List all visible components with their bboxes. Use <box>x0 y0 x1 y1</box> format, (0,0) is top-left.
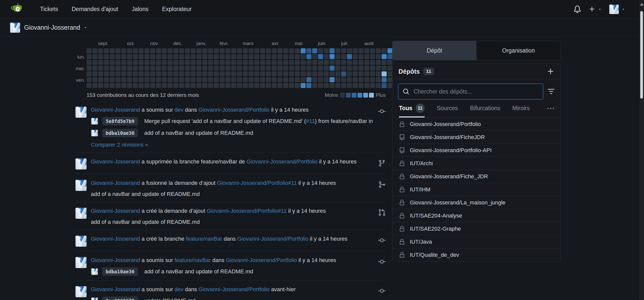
more-filters-kebab-icon[interactable] <box>547 105 554 112</box>
link-giovanni-josserand[interactable]: Giovanni-Josserand <box>91 107 140 113</box>
chevron-down-icon[interactable] <box>84 26 87 29</box>
link-giovanni-josserand-portfolio[interactable]: Giovanni-Josserand/Portfolio <box>198 107 269 113</box>
link-giovanni-josserand[interactable]: Giovanni-Josserand <box>91 180 140 186</box>
link-11[interactable]: #11 <box>306 118 315 124</box>
heatmap-cell <box>289 71 294 76</box>
chevron-down-icon <box>621 7 625 11</box>
user-avatar[interactable] <box>75 286 87 297</box>
commit-message: Merge pull request 'add of a navBar and … <box>144 118 373 124</box>
user-avatar[interactable] <box>75 158 87 169</box>
filter-tab-sources[interactable]: Sources <box>437 105 458 116</box>
heatmap-cell <box>168 60 173 65</box>
heatmap-cell <box>98 83 103 88</box>
link-giovanni-josserand-portfolio[interactable]: Giovanni-Josserand/Portfolio <box>226 257 297 263</box>
link-feature-navbar[interactable]: feature/navBar <box>186 236 222 242</box>
lock-icon <box>399 121 405 127</box>
filter-button[interactable] <box>547 88 555 95</box>
heatmap-cell <box>162 83 167 88</box>
user-avatar[interactable] <box>75 107 87 118</box>
lock-icon <box>399 226 405 232</box>
dashboard-sidebar: Dépôt Organisation Dépôts 11 Tous11Sourc… <box>392 37 561 262</box>
heatmap-cell <box>318 48 323 53</box>
heatmap-cell <box>358 77 364 82</box>
user-avatar[interactable] <box>75 236 87 247</box>
link-giovanni-josserand-portfolio[interactable]: Giovanni-Josserand/Portfolio <box>247 158 317 165</box>
link-giovanni-josserand[interactable]: Giovanni-Josserand <box>91 158 140 165</box>
link-giovanni-josserand[interactable]: Giovanni-Josserand <box>91 286 140 292</box>
repo-link[interactable]: Giovanni-Josserand/Fiche_JDR <box>392 170 560 183</box>
link-giovanni-josserand[interactable]: Giovanni-Josserand <box>91 208 140 214</box>
git-pull-request-icon <box>378 209 386 216</box>
heatmap-cell <box>110 71 115 76</box>
link-giovanni-josserand-portfolio-11[interactable]: Giovanni-Josserand/Portfolio#11 <box>217 180 297 186</box>
heatmap-cell <box>266 48 271 53</box>
heatmap-cell <box>272 66 277 71</box>
repo-link[interactable]: IUT/IHM <box>392 183 560 196</box>
link-giovanni-josserand[interactable]: Giovanni-Josserand <box>91 236 140 242</box>
heatmap-cell <box>231 71 236 76</box>
link-giovanni-josserand[interactable]: Giovanni-Josserand <box>91 257 140 263</box>
repo-link[interactable]: IUT/SAE202-Graphe <box>392 222 560 235</box>
page-scrollbar[interactable] <box>639 0 644 300</box>
heatmap-month-label: janv. <box>196 41 206 46</box>
scroll-up-arrow[interactable] <box>640 3 643 6</box>
repo-link[interactable]: IUT/Java <box>392 235 560 248</box>
heatmap-cell <box>104 77 109 82</box>
user-avatar[interactable] <box>75 208 87 219</box>
link-giovanni-josserand-portfolio[interactable]: Giovanni-Josserand/Portfolio <box>198 286 269 292</box>
gitea-logo[interactable] <box>10 2 24 16</box>
heatmap-cell <box>168 66 173 71</box>
notifications-bell-icon[interactable] <box>574 6 581 13</box>
heatmap-cell <box>272 60 277 65</box>
heatmap-cell <box>92 66 97 71</box>
filter-tab-miroirs[interactable]: Miroirs <box>512 105 530 116</box>
heatmap-cell <box>330 77 335 82</box>
heatmap-cell <box>341 48 346 53</box>
link-feature-navbar[interactable]: feature/navBar <box>175 257 211 263</box>
heatmap-cell <box>254 60 259 65</box>
repo-link[interactable]: Giovanni-Josserand/FicheJDR <box>392 131 560 144</box>
heatmap-cell <box>87 48 92 53</box>
heatmap-cell <box>133 60 138 65</box>
heatmap-cell <box>92 60 97 65</box>
tab-depot[interactable]: Dépôt <box>392 41 476 60</box>
filter-tab-bifurcations[interactable]: Bifurcations <box>470 105 500 116</box>
repo-link[interactable]: IUT/SAE204-Analyse <box>392 209 560 222</box>
repo-link[interactable]: Giovanni-Josserand/Portfolio-API <box>392 144 560 157</box>
repo-search-input[interactable] <box>413 88 539 95</box>
link-giovanni-josserand-portfolio[interactable]: Giovanni-Josserand/Portfolio <box>237 236 308 242</box>
repo-link[interactable]: Giovanni-Josserand/Portfolio <box>392 117 560 131</box>
commit-hash[interactable]: 2ec2960678 <box>102 296 138 300</box>
user-avatar[interactable] <box>75 257 87 268</box>
link-dev[interactable]: dev <box>175 286 183 292</box>
nav-item-demandes-d-ajout[interactable]: Demandes d'ajout <box>65 6 125 13</box>
repo-link[interactable]: IUT/Qualite_de_dev <box>392 248 560 261</box>
link-dev[interactable]: dev <box>175 107 183 113</box>
user-avatar[interactable] <box>75 180 87 191</box>
heatmap-month-label: févr. <box>220 41 229 46</box>
user-menu[interactable] <box>609 5 625 14</box>
add-repo-button[interactable] <box>547 68 554 75</box>
heatmap-cell <box>324 77 329 82</box>
nav-item-explorateur[interactable]: Explorateur <box>155 6 198 13</box>
nav-item-tickets[interactable]: Tickets <box>33 6 65 13</box>
activity-body: Giovanni-Josserand a soumis sur feature/… <box>91 256 373 276</box>
scrollbar-thumb[interactable] <box>640 11 643 99</box>
commit-hash[interactable]: 5e8fd5e7b9 <box>102 117 138 125</box>
repo-link[interactable]: Giovanni-Josserand/La_maison_jungle <box>392 196 560 209</box>
nav-item-jalons[interactable]: Jalons <box>125 6 155 13</box>
compare-revisions-link[interactable]: Comparer 2 révisions » <box>91 142 148 148</box>
tab-organisation[interactable]: Organisation <box>476 41 560 60</box>
commit-hash[interactable]: bdba10ae36 <box>102 129 138 137</box>
lock-icon <box>399 213 405 219</box>
heatmap-cell <box>289 48 294 53</box>
create-new-menu[interactable] <box>589 6 602 13</box>
heatmap-cell <box>318 66 323 71</box>
heatmap-cell <box>156 71 161 76</box>
filter-tab-tous[interactable]: Tous11 <box>399 104 425 117</box>
link-giovanni-josserand-portfolio-11[interactable]: Giovanni-Josserand/Portfolio#11 <box>207 208 287 214</box>
context-user-name[interactable]: Giovanni-Josserand <box>24 24 80 31</box>
repo-link[interactable]: IUT/Archi <box>392 157 560 170</box>
heatmap-cell <box>168 48 173 53</box>
commit-hash[interactable]: bdba10ae36 <box>102 267 138 276</box>
